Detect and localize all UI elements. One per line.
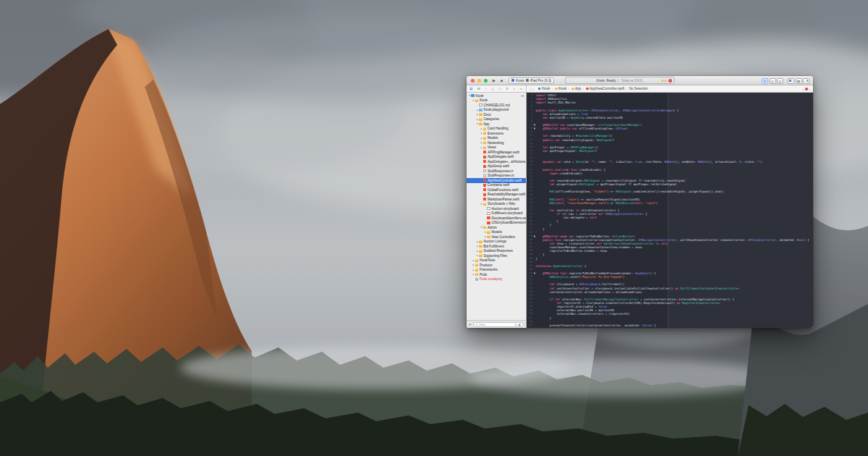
code-area[interactable]: 1import UIKit2import ARAnalytics3import … xyxy=(527,93,813,327)
issue-navigator-icon[interactable]: △ xyxy=(491,85,494,93)
folder-file-icon xyxy=(483,146,487,149)
file-name-label: Bid Fulfillment xyxy=(483,245,503,248)
toggle-debug-area-button[interactable] xyxy=(796,78,802,84)
code-text: registerToBidButton.hidden = show xyxy=(536,249,608,253)
disclosure-triangle-icon[interactable]: ▾ xyxy=(480,203,483,206)
breadcrumb-item[interactable]: No Selection xyxy=(629,87,648,90)
folder-file-icon xyxy=(479,118,482,121)
code-text: } xyxy=(536,257,537,261)
project-navigator-icon[interactable]: ▤ xyxy=(469,85,473,93)
breadcrumb-item[interactable]: AppViewController.swift xyxy=(586,87,624,90)
find-navigator-icon[interactable]: ○ xyxy=(485,85,487,93)
debug-navigator-icon[interactable]: ≋ xyxy=(506,85,509,93)
close-button[interactable] xyxy=(471,79,475,83)
breadcrumb-separator: › xyxy=(626,87,628,90)
editor-panel[interactable]: 1import UIKit2import ARAnalytics3import … xyxy=(527,93,813,328)
header-file-icon xyxy=(483,169,487,172)
swift-file-icon xyxy=(483,165,487,168)
disclosure-triangle-icon[interactable]: ▸ xyxy=(480,127,483,130)
file-name-label: Models xyxy=(488,136,498,140)
toggle-navigator-button[interactable] xyxy=(788,78,794,84)
history-back-forward[interactable]: ‹› xyxy=(529,87,535,91)
test-navigator-icon[interactable]: ◇ xyxy=(498,85,501,93)
disclosure-triangle-icon[interactable]: ▸ xyxy=(480,146,483,149)
project-file-icon xyxy=(471,94,475,97)
zoom-button[interactable] xyxy=(484,79,488,83)
file-name-label: Kiosk xyxy=(475,94,483,98)
file-name-label: Supporting Files xyxy=(483,254,507,258)
minimize-button[interactable] xyxy=(477,79,481,83)
folder-file-icon xyxy=(475,99,479,102)
folder-file-icon xyxy=(483,203,487,206)
filter-field[interactable]: ⊙ Filter ◷ ▣ xyxy=(473,322,524,327)
breadcrumb-label: App xyxy=(575,87,581,90)
error-badge[interactable]: 1 xyxy=(668,79,672,83)
code-text: var apiPingerSignal: RACSignal? xyxy=(536,149,597,153)
file-name-label: Models xyxy=(491,230,502,234)
disclosure-triangle-icon[interactable]: ▸ xyxy=(472,263,475,266)
report-navigator-icon[interactable]: ▭ xyxy=(519,85,523,93)
doc-file-icon xyxy=(479,104,482,106)
xcode-window: ▶ ■ Kiosk iPad Pro (9.3) Kiosk: Ready To… xyxy=(467,76,813,328)
folder-file-icon xyxy=(483,226,487,229)
folder-file-icon xyxy=(479,113,482,116)
swift-file-icon xyxy=(483,156,487,159)
swift-file-icon xyxy=(483,184,487,187)
swift-file-icon xyxy=(483,198,487,200)
version-editor-button[interactable]: ⇄ xyxy=(777,78,783,84)
stop-button[interactable]: ■ xyxy=(501,79,503,83)
breadcrumb-item[interactable]: Kiosk xyxy=(538,87,550,90)
disclosure-triangle-icon[interactable]: ▸ xyxy=(472,273,475,276)
scheme-selector[interactable]: Kiosk iPad Pro (9.3) xyxy=(509,77,554,84)
file-name-label: Stubbed Responses xyxy=(483,249,513,253)
file-name-label: AppDelegate.swift xyxy=(488,155,514,159)
folder-file-icon xyxy=(479,122,482,125)
toolbar-right-buttons: ≡ ◎ ⇄ xyxy=(762,78,809,84)
folder-file-icon xyxy=(479,240,482,243)
file-name-label: Frameworks xyxy=(480,268,498,271)
file-name-label: Networking xyxy=(488,141,504,145)
code-text: dynamic var sale = Sale(id: "", name: ""… xyxy=(536,160,762,164)
code-text: import Swift_RAC_Macros xyxy=(536,101,576,104)
disclosure-triangle-icon[interactable]: ▸ xyxy=(480,132,483,135)
toggle-inspector-button[interactable] xyxy=(803,78,809,84)
disclosure-triangle-icon[interactable]: ▸ xyxy=(472,259,475,262)
file-name-label: Products xyxy=(480,263,493,267)
file-name-label: MarkdownParser.swift xyxy=(488,198,519,201)
breadcrumb-separator: › xyxy=(552,87,553,90)
breadcrumb-item[interactable]: App xyxy=(571,87,581,90)
disclosure-triangle-icon[interactable]: ▸ xyxy=(480,137,483,140)
folder-file-icon xyxy=(475,269,479,271)
breakpoint-navigator-icon[interactable]: ◗ xyxy=(513,85,515,93)
code-text: containerController.allowAnimations = al… xyxy=(536,290,642,294)
disclosure-triangle-icon[interactable]: ▸ xyxy=(480,141,483,144)
file-name-label: GlobalFunctions.swift xyxy=(488,188,519,192)
recent-files-filter-icon[interactable]: ◷ xyxy=(514,323,517,326)
previous-issue-button[interactable]: ‹ xyxy=(803,87,804,91)
scm-status-filter-icon[interactable]: ▣ xyxy=(518,323,521,326)
file-tree-row[interactable]: Pods.xcodeproj xyxy=(467,277,526,282)
disclosure-triangle-icon[interactable]: ▾ xyxy=(472,99,475,102)
code-text: RAC(offlineBlockingView, "hidden") <~ RA… xyxy=(536,190,724,193)
code-text: public var reachabilitySignal: RACSignal… xyxy=(536,138,614,142)
swift-file-icon xyxy=(483,179,487,182)
navigator-panel: ▾KioskM▾KioskCHANGELOG.md▸Kiosk.playgrou… xyxy=(467,93,527,328)
next-issue-button[interactable]: › xyxy=(809,87,810,91)
assistant-editor-button[interactable]: ◎ xyxy=(770,78,776,84)
add-file-button[interactable]: + xyxy=(469,322,472,326)
folder-file-icon xyxy=(479,250,482,253)
file-tree: ▾KioskM▾KioskCHANGELOG.md▸Kiosk.playgrou… xyxy=(467,93,526,320)
code-text: } xyxy=(536,316,552,320)
symbol-navigator-icon[interactable]: ⊞ xyxy=(477,85,480,93)
breadcrumb-item[interactable]: Kiosk xyxy=(555,87,567,90)
breadcrumb-label: Kiosk xyxy=(558,87,566,90)
warning-badge[interactable]: 1 xyxy=(661,79,666,83)
disclosure-triangle-icon[interactable]: ▸ xyxy=(472,269,475,271)
file-name-label: AppSetup.swift xyxy=(488,164,509,168)
standard-editor-button[interactable]: ≡ xyxy=(762,78,768,84)
run-button[interactable]: ▶ xyxy=(493,79,495,83)
file-name-label: StubResponses.m xyxy=(488,174,514,177)
issue-dot-icon[interactable] xyxy=(805,88,808,90)
file-name-label: ReachabilityManager.swift xyxy=(488,193,525,196)
disclosure-triangle-icon[interactable]: ▾ xyxy=(480,226,483,229)
